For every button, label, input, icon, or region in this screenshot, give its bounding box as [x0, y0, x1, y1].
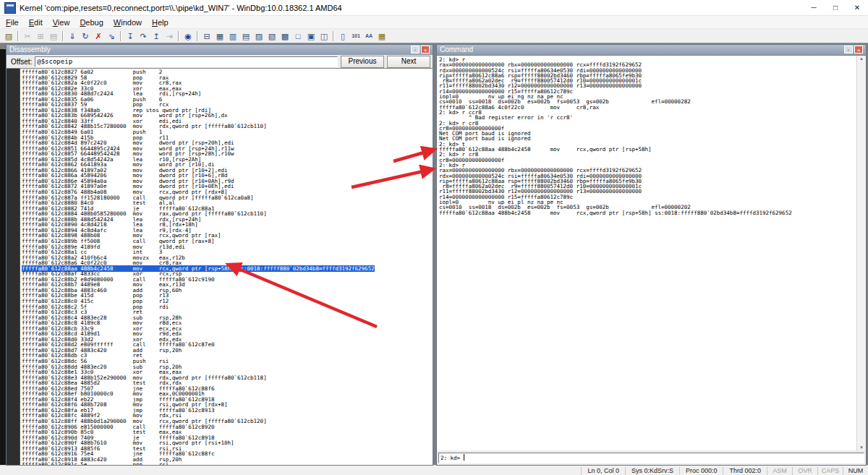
- status-toggle-asm: ASM: [767, 467, 792, 475]
- disassembly-title-bar[interactable]: Disassembly ▫ ×: [7, 45, 433, 55]
- toolbar-separator: [17, 31, 19, 41]
- scroll-up-icon[interactable]: ▲: [859, 56, 864, 61]
- close-pane-icon[interactable]: ×: [854, 46, 863, 54]
- detach-icon[interactable]: ⇘: [106, 30, 117, 42]
- maximize-button[interactable]: □: [825, 1, 846, 15]
- status-toggle-num: NUM: [843, 467, 868, 475]
- title-bar: Kernel 'com:pipe,resets=0,reconnect,port…: [0, 0, 868, 16]
- menu-item-window[interactable]: Window: [109, 17, 147, 27]
- status-segment-0: Ln 0, Col 0: [581, 467, 625, 475]
- disassembly-margin: [7, 69, 20, 465]
- command-line: fffffa80`612c88aa 488b4c2458 mov rcx,qwo…: [439, 147, 856, 152]
- windbg-window: Kernel 'com:pipe,resets=0,reconnect,port…: [0, 0, 868, 475]
- paste-icon[interactable]: ▤: [48, 30, 59, 42]
- command-title-bar[interactable]: Command ▫ ×: [437, 45, 866, 55]
- stop-debugging-icon[interactable]: ✗: [93, 30, 104, 42]
- command-window: Command ▫ × 2: kd> rrax=0000000000000000…: [436, 44, 867, 466]
- minimize-button[interactable]: ─: [803, 1, 825, 15]
- window-title: Kernel 'com:pipe,resets=0,reconnect,port…: [20, 4, 803, 12]
- command-title: Command: [440, 45, 843, 55]
- toolbar-separator: [120, 31, 122, 41]
- callstack-window-icon[interactable]: ▧: [266, 30, 278, 42]
- status-segment-3: Thrd 002:0: [723, 467, 767, 475]
- restart-icon[interactable]: ↻: [80, 30, 91, 42]
- menu-item-help[interactable]: Help: [147, 17, 174, 27]
- disasm-line[interactable]: fffffa80`612c891c 5e pop rsi: [22, 462, 433, 465]
- modules-window-icon[interactable]: ◫: [318, 30, 330, 42]
- mdi-client-area: Disassembly ▫ × Offset: @$scopeip Previo…: [0, 43, 868, 465]
- source-mode-off-icon[interactable]: 101: [350, 30, 362, 42]
- status-segment-1: Sys 0:KdSrv:S: [625, 467, 679, 475]
- open-source-file-icon[interactable]: ▨: [3, 30, 14, 42]
- command-line: Net COM port baud is ignored: [439, 136, 856, 141]
- close-button[interactable]: ✕: [846, 1, 868, 15]
- text-caret: [464, 454, 464, 461]
- disassembly-window: Disassembly ▫ × Offset: @$scopeip Previo…: [6, 44, 433, 466]
- memory-window-icon[interactable]: ▨: [253, 30, 265, 42]
- menu-item-edit[interactable]: Edit: [24, 17, 48, 27]
- menu-item-debug[interactable]: Debug: [75, 17, 108, 27]
- offset-label: Offset:: [11, 58, 32, 66]
- command-line: fffffa80`612c88aa 488b4c2458 mov rcx,qwo…: [439, 210, 856, 215]
- command-input-row: 2: kd>: [437, 450, 866, 465]
- command-content: 2: kd> rrax=0000000000000000 rbx=0000000…: [437, 55, 866, 450]
- close-pane-icon[interactable]: ×: [421, 46, 430, 54]
- dock-icon[interactable]: ▫: [844, 46, 853, 54]
- disassembly-content: fffffa80`612c8827 6a02 push 2fffffa80`61…: [7, 68, 433, 465]
- locals-window-icon[interactable]: ▥: [227, 30, 239, 42]
- command-scrollbar[interactable]: ▲ ▼: [856, 56, 866, 450]
- watch-window-icon[interactable]: ▦: [214, 30, 226, 42]
- toolbar-separator: [178, 31, 179, 41]
- command-input[interactable]: 2: kd>: [438, 453, 864, 463]
- step-over-icon[interactable]: ↷: [137, 30, 149, 42]
- toolbar-separator: [62, 31, 64, 41]
- status-segment-2: Proc 000:0: [679, 467, 723, 475]
- previous-button[interactable]: Previous: [341, 56, 384, 68]
- command-line: cr8=000000000000000f: [439, 158, 856, 163]
- offset-input[interactable]: @$scopeip: [35, 56, 338, 67]
- dock-icon[interactable]: ▫: [411, 46, 420, 54]
- command-line: fffffa80`612c88a6 4c0f22c0 mov cr8,rax: [439, 105, 856, 110]
- menu-bar: FileEditViewDebugWindowHelp: [0, 16, 868, 29]
- break-icon[interactable]: ◉: [182, 30, 194, 42]
- menu-item-file[interactable]: File: [1, 17, 24, 27]
- windbg-app-icon: [4, 2, 16, 14]
- source-mode-on-icon[interactable]: ▯: [337, 30, 349, 42]
- disassembly-toolbar: Offset: @$scopeip Previous Next: [7, 55, 433, 68]
- step-into-icon[interactable]: ↧: [124, 30, 136, 42]
- status-toggle-ovr: OVR: [792, 467, 817, 475]
- step-out-icon[interactable]: ↥: [150, 30, 162, 42]
- options-icon[interactable]: ▦: [376, 30, 388, 42]
- command-output[interactable]: 2: kd> rrax=0000000000000000 rbx=0000000…: [437, 56, 856, 450]
- copy-icon[interactable]: ⊞: [35, 30, 46, 42]
- processes-window-icon[interactable]: ▣: [305, 30, 317, 42]
- command-window-icon[interactable]: ⊟: [201, 30, 213, 42]
- registers-window-icon[interactable]: ▤: [240, 30, 252, 42]
- disassembly-title: Disassembly: [9, 45, 409, 55]
- command-line: ^ Bad register error in 'r ccr8': [439, 115, 856, 120]
- disassembly-window-icon[interactable]: ▩: [279, 30, 291, 42]
- font-icon[interactable]: AA: [363, 30, 375, 42]
- status-bar: Ln 0, Col 0Sys 0:KdSrv:SProc 000:0Thrd 0…: [0, 465, 868, 475]
- desktop-background-strip: [0, 49, 6, 465]
- menu-item-view[interactable]: View: [48, 17, 75, 27]
- toolbar: ▨✂⊞▤⇓↻✗⇘↧↷↥⇥◉⊟▦▥▤▨▧▩□▣◫▯101AA▦: [0, 29, 868, 43]
- run-to-cursor-icon[interactable]: ⇥: [163, 30, 175, 42]
- next-button[interactable]: Next: [387, 56, 430, 68]
- toolbar-separator: [333, 31, 334, 41]
- toolbar-separator: [197, 31, 198, 41]
- disassembly-listing[interactable]: fffffa80`612c8827 6a02 push 2fffffa80`61…: [20, 69, 433, 465]
- status-toggle-caps: CAPS: [817, 467, 843, 475]
- scroll-down-icon[interactable]: ▼: [859, 445, 864, 450]
- cut-icon[interactable]: ✂: [22, 30, 33, 42]
- go-icon[interactable]: ⇓: [67, 30, 78, 42]
- scratchpad-window-icon[interactable]: □: [292, 30, 304, 42]
